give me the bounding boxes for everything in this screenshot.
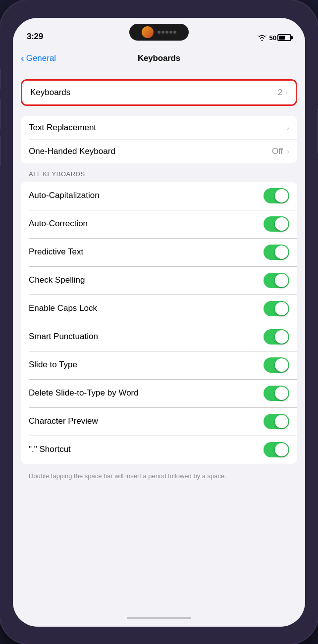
- volume-up-button[interactable]: [0, 99, 1, 129]
- volume-down-button[interactable]: [0, 136, 1, 166]
- one-handed-keyboard-item[interactable]: One-Handed Keyboard Off ›: [21, 140, 297, 163]
- dynamic-island: [129, 24, 189, 41]
- check-spelling-label: Check Spelling: [29, 275, 85, 285]
- auto-capitalization-toggle[interactable]: [264, 188, 289, 203]
- enable-caps-lock-item[interactable]: Enable Caps Lock: [21, 295, 297, 323]
- page-title: Keyboards: [138, 53, 180, 63]
- auto-capitalization-label: Auto-Capitalization: [29, 191, 100, 200]
- auto-correction-toggle[interactable]: [264, 216, 289, 232]
- back-chevron-icon: ‹: [21, 53, 24, 63]
- notification-avatar: [142, 26, 154, 38]
- battery-fill: [279, 36, 285, 40]
- island-dot: [169, 31, 172, 34]
- text-replacement-item[interactable]: Text Replacement ›: [21, 116, 297, 140]
- character-preview-label: Character Preview: [29, 416, 98, 426]
- auto-correction-item[interactable]: Auto-Correction: [21, 210, 297, 238]
- auto-correction-label: Auto-Correction: [29, 219, 88, 229]
- back-button[interactable]: ‹ General: [21, 53, 56, 63]
- one-handed-keyboard-label: One-Handed Keyboard: [29, 147, 115, 156]
- text-replacement-label: Text Replacement: [29, 123, 96, 133]
- island-dot: [165, 31, 168, 34]
- home-bar: [127, 617, 191, 619]
- character-preview-toggle[interactable]: [264, 414, 289, 429]
- keyboards-count: 2: [278, 88, 282, 98]
- enable-caps-lock-label: Enable Caps Lock: [29, 303, 97, 313]
- back-label: General: [26, 53, 56, 63]
- wifi-icon: [258, 35, 266, 41]
- island-dot: [161, 31, 164, 34]
- check-spelling-toggle[interactable]: [264, 273, 289, 288]
- period-shortcut-toggle[interactable]: [264, 442, 289, 457]
- keyboards-row-wrapper: Keyboards 2 ›: [21, 79, 297, 106]
- delete-slide-to-type-label: Delete Slide-to-Type by Word: [29, 388, 139, 398]
- text-replacement-chevron-icon: ›: [287, 124, 289, 132]
- island-dot: [173, 31, 176, 34]
- predictive-text-label: Predictive Text: [29, 247, 83, 257]
- status-right: 50: [258, 34, 291, 42]
- slide-to-type-label: Slide to Type: [29, 360, 77, 370]
- phone-screen: 3:29 50 ‹: [13, 18, 305, 627]
- smart-punctuation-item[interactable]: Smart Punctuation: [21, 323, 297, 351]
- home-indicator: [13, 610, 305, 627]
- delete-slide-to-type-toggle[interactable]: [264, 386, 289, 401]
- delete-slide-to-type-item[interactable]: Delete Slide-to-Type by Word: [21, 379, 297, 407]
- all-keyboards-section-header: ALL KEYBOARDS: [13, 167, 305, 182]
- all-keyboards-group: Auto-Capitalization Auto-Correction Pred…: [21, 182, 297, 464]
- keyboards-row-item[interactable]: Keyboards 2 ›: [22, 81, 296, 104]
- check-spelling-item[interactable]: Check Spelling: [21, 266, 297, 295]
- character-preview-item[interactable]: Character Preview: [21, 407, 297, 436]
- smart-punctuation-toggle[interactable]: [264, 329, 289, 345]
- enable-caps-lock-toggle[interactable]: [264, 301, 289, 316]
- silent-switch-button[interactable]: [0, 69, 1, 89]
- text-replacement-right: ›: [286, 124, 289, 132]
- predictive-text-toggle[interactable]: [264, 245, 289, 260]
- predictive-text-item[interactable]: Predictive Text: [21, 238, 297, 266]
- one-handed-keyboard-right: Off ›: [272, 147, 289, 156]
- keyboards-row-label: Keyboards: [30, 88, 70, 98]
- period-shortcut-label: "." Shortcut: [29, 445, 71, 454]
- phone-shell: 3:29 50 ‹: [0, 0, 318, 644]
- status-time: 3:29: [27, 32, 43, 42]
- one-handed-keyboard-chevron-icon: ›: [287, 148, 289, 155]
- period-shortcut-item[interactable]: "." Shortcut: [21, 436, 297, 464]
- island-dot: [158, 31, 160, 34]
- smart-punctuation-label: Smart Punctuation: [29, 332, 98, 342]
- footer-note: Double tapping the space bar will insert…: [13, 468, 305, 483]
- auto-capitalization-item[interactable]: Auto-Capitalization: [21, 182, 297, 210]
- text-options-group: Text Replacement › One-Handed Keyboard O…: [21, 116, 297, 163]
- slide-to-type-item[interactable]: Slide to Type: [21, 351, 297, 379]
- keyboards-chevron-icon: ›: [285, 89, 288, 97]
- nav-header: ‹ General Keyboards: [13, 46, 305, 71]
- keyboards-row-right: 2 ›: [278, 88, 288, 98]
- battery-container: 50: [269, 34, 291, 42]
- slide-to-type-toggle[interactable]: [264, 357, 289, 373]
- content-scroll[interactable]: Keyboards 2 › Text Replacement › One-Han…: [13, 71, 305, 610]
- one-handed-keyboard-value: Off: [272, 147, 283, 156]
- island-dots: [158, 31, 176, 34]
- battery-icon: [277, 34, 291, 41]
- battery-percentage: 50: [269, 34, 276, 42]
